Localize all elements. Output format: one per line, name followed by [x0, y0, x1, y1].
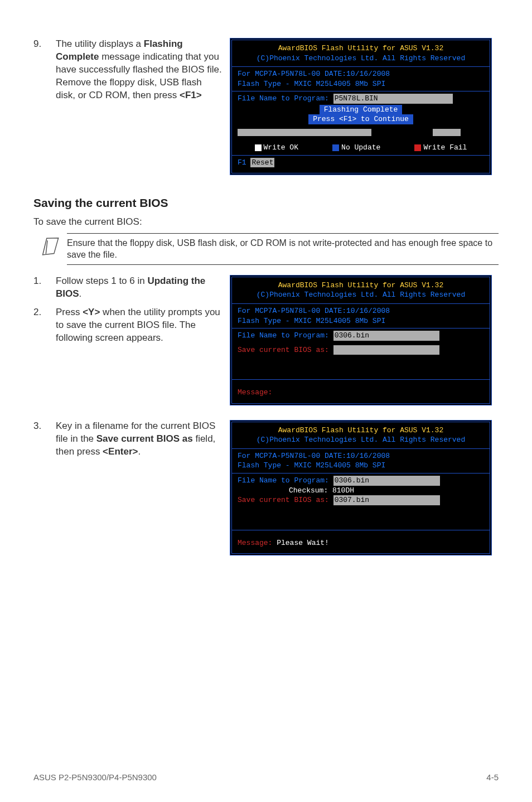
bios-sub: (C)Phoenix Technologies Ltd. All Rights … — [238, 290, 484, 300]
note-row: Ensure that the floppy disk, USB flash d… — [33, 233, 499, 265]
popup-l1: Flashing Complete — [320, 105, 403, 115]
bios-save-row: Save current BIOS as: — [238, 345, 484, 355]
step3-text: 3. Key in a filename for the current BIO… — [33, 420, 223, 458]
bios-file-row: File Name to Program: P5N78L.BIN — [238, 94, 484, 104]
bios-title: AwardBIOS Flash Utility for ASUS V1.32 — [238, 281, 484, 291]
bios-title: AwardBIOS Flash Utility for ASUS V1.32 — [238, 426, 484, 436]
bios-for: For MCP7A-P5N78L-00 DATE:10/16/2008 — [238, 69, 484, 79]
f1-row: F1 Reset — [238, 158, 484, 168]
step9-row: 9. The utility displays a Flashing Compl… — [33, 38, 499, 175]
bios-box-2: AwardBIOS Flash Utility for ASUS V1.32 (… — [230, 275, 492, 405]
footer-left: ASUS P2-P5N9300/P4-P5N9300 — [33, 772, 157, 783]
msg-val: Please Wait! — [277, 539, 329, 547]
msg-row: Message: Please Wait! — [238, 538, 484, 548]
t-bold: Save current BIOS as — [96, 433, 193, 444]
sq-red-icon — [414, 144, 421, 151]
chk-label: Checksum: — [289, 486, 332, 495]
t: Press — [56, 307, 83, 317]
progress-row — [238, 128, 484, 138]
t-key: <Y> — [83, 307, 100, 317]
t: Follow steps 1 to 6 in — [56, 276, 147, 286]
bios-for: For MCP7A-P5N78L-00 DATE:10/16/2008 — [238, 306, 484, 316]
bios-sub: (C)Phoenix Technologies Ltd. All Rights … — [238, 54, 484, 64]
progress-done — [238, 129, 371, 136]
step9-num: 9. — [33, 38, 56, 102]
step3-row: 3. Key in a filename for the current BIO… — [33, 420, 499, 555]
popup-l2: Press <F1> to Continue — [308, 114, 413, 124]
t: . — [79, 288, 82, 299]
step1-num: 1. — [33, 275, 56, 301]
steps12-row: 1. Follow steps 1 to 6 in Updating the B… — [33, 275, 499, 405]
step9-text: 9. The utility displays a Flashing Compl… — [33, 38, 223, 102]
save-label: Save current BIOS as: — [238, 496, 333, 504]
save-value: 0307.bin — [333, 495, 440, 505]
file-label: File Name to Program: — [238, 476, 333, 485]
msg-row: Message: — [238, 388, 484, 398]
bios-file-row: File Name to Program: 0306.bin — [238, 331, 484, 341]
sq-white-icon — [255, 144, 262, 151]
legend-ok: Write OK — [255, 143, 298, 153]
file-value: 0306.bin — [333, 476, 440, 486]
bios-sub: (C)Phoenix Technologies Ltd. All Rights … — [238, 435, 484, 445]
progress-tail — [433, 129, 461, 136]
bios-chk-row: Checksum: 810DH — [238, 486, 484, 496]
bios-title: AwardBIOS Flash Utility for ASUS V1.32 — [238, 44, 484, 54]
chk-val: 810DH — [332, 486, 354, 495]
bios-flash: Flash Type - MXIC M25L4005 8Mb SPI — [238, 461, 484, 471]
file-label: File Name to Program: — [238, 331, 333, 340]
section-heading: Saving the current BIOS — [33, 195, 499, 211]
bios-save-row: Save current BIOS as: 0307.bin — [238, 495, 484, 505]
sq-blue-icon — [332, 144, 339, 151]
step9-body: The utility displays a Flashing Complete… — [56, 38, 223, 102]
note-icon — [31, 229, 70, 262]
file-value: P5N78L.BIN — [333, 94, 453, 104]
save-label: Save current BIOS as: — [238, 346, 333, 354]
bios-flash: Flash Type - MXIC M25L4005 8Mb SPI — [238, 79, 484, 89]
reset-label: Reset — [250, 158, 274, 168]
save-input[interactable] — [333, 345, 439, 355]
note-text: Ensure that the floppy disk, USB flash d… — [67, 233, 499, 265]
bios-file-row: File Name to Program: 0306.bin — [238, 476, 484, 486]
legend-fail: Write Fail — [414, 143, 467, 153]
popup: Flashing Complete Press <F1> to Continue — [238, 105, 484, 124]
t: . — [138, 446, 141, 457]
msg-label: Message: — [238, 539, 277, 547]
file-label: File Name to Program: — [238, 94, 333, 103]
footer-right: 4-5 — [486, 772, 499, 783]
step2-num: 2. — [33, 306, 56, 345]
section-intro: To save the current BIOS: — [33, 216, 499, 229]
step2-body: Press <Y> when the utility prompts you t… — [56, 306, 223, 345]
legend-noupdate: No Update — [332, 143, 380, 153]
bios-flash: Flash Type - MXIC M25L4005 8Mb SPI — [238, 316, 484, 326]
steps12-text: 1. Follow steps 1 to 6 in Updating the B… — [33, 275, 223, 345]
bios-box-3: AwardBIOS Flash Utility for ASUS V1.32 (… — [230, 420, 492, 555]
legend: Write OK No Update Write Fail — [238, 143, 484, 153]
f1-label: F1 — [238, 158, 246, 167]
t-key: <Enter> — [103, 446, 138, 457]
bios-for: For MCP7A-P5N78L-00 DATE:10/16/2008 — [238, 451, 484, 461]
page-footer: ASUS P2-P5N9300/P4-P5N9300 4-5 — [33, 772, 499, 783]
file-value: 0306.bin — [333, 331, 439, 341]
step3-body: Key in a filename for the current BIOS f… — [56, 420, 223, 458]
step1-body: Follow steps 1 to 6 in Updating the BIOS… — [56, 275, 223, 301]
progress-gap — [371, 129, 433, 136]
t-key: <F1> — [180, 90, 202, 100]
bios-box-1: AwardBIOS Flash Utility for ASUS V1.32 (… — [230, 38, 492, 175]
t: The utility displays a — [56, 38, 144, 49]
step3-num: 3. — [33, 420, 56, 458]
